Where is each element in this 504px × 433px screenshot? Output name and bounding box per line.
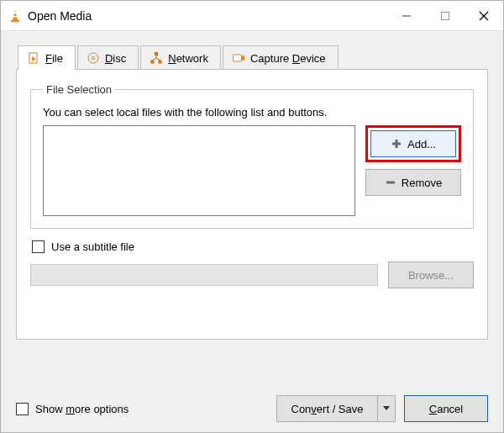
use-subtitle-label: Use a subtitle file	[51, 240, 134, 253]
svg-rect-2	[13, 16, 17, 18]
window-body: File Disc	[1, 31, 503, 351]
file-list[interactable]	[43, 125, 355, 216]
titlebar: Open Media	[1, 1, 503, 31]
caret-down-icon	[383, 406, 390, 411]
svg-line-16	[153, 58, 157, 61]
window-maximize-button[interactable]	[426, 1, 465, 31]
svg-marker-23	[383, 406, 390, 410]
svg-point-11	[92, 56, 94, 59]
convert-save-label: Convert / Save	[291, 403, 364, 415]
cancel-label: Cancel	[429, 403, 463, 415]
browse-subtitle-label: Browse...	[408, 269, 454, 282]
capture-device-icon	[232, 51, 245, 65]
open-media-window: Open Media File Disc	[0, 0, 504, 433]
tab-capture-device[interactable]: Capture Device	[223, 45, 339, 70]
svg-marker-0	[13, 10, 18, 20]
use-subtitle-checkbox[interactable]	[32, 240, 45, 253]
tab-network[interactable]: Network	[140, 45, 221, 70]
network-icon	[150, 51, 163, 65]
tab-file[interactable]: File	[18, 45, 76, 70]
svg-rect-5	[442, 12, 449, 19]
window-title: Open Media	[28, 9, 387, 23]
convert-save-dropdown[interactable]	[377, 395, 396, 422]
svg-rect-13	[151, 61, 154, 63]
svg-marker-19	[241, 55, 244, 61]
minus-icon	[385, 177, 396, 188]
svg-rect-3	[11, 20, 19, 22]
tab-disc[interactable]: Disc	[77, 45, 139, 70]
svg-rect-1	[13, 13, 17, 14]
footer: Show more options Convert / Save Cancel	[16, 395, 488, 422]
disc-icon	[87, 51, 100, 65]
svg-rect-18	[233, 55, 241, 61]
tab-panel-file: File Selection You can select local file…	[16, 69, 488, 340]
plus-icon	[391, 138, 402, 150]
window-close-button[interactable]	[465, 1, 503, 31]
remove-button[interactable]: Remove	[365, 169, 461, 196]
tab-capture-label: Capture Device	[250, 52, 326, 65]
file-selection-group: File Selection You can select local file…	[30, 83, 474, 229]
tab-file-label: File	[45, 52, 63, 65]
tab-bar: File Disc	[18, 45, 488, 69]
convert-save-splitbutton[interactable]: Convert / Save	[276, 395, 396, 422]
show-more-options-checkbox[interactable]	[16, 403, 29, 415]
add-button-label: Add...	[407, 138, 436, 150]
browse-subtitle-button: Browse...	[388, 261, 474, 288]
subtitle-path-field	[30, 264, 378, 286]
file-icon	[27, 51, 40, 65]
add-button-highlight: Add...	[365, 125, 461, 162]
cancel-button[interactable]: Cancel	[404, 395, 488, 422]
svg-rect-14	[159, 61, 161, 63]
file-selection-hint: You can select local files with the foll…	[43, 106, 461, 119]
remove-button-label: Remove	[402, 177, 442, 189]
show-more-options-label: Show more options	[35, 403, 129, 415]
tab-network-label: Network	[168, 52, 208, 65]
add-button[interactable]: Add...	[370, 130, 456, 157]
window-minimize-button[interactable]	[387, 1, 426, 31]
svg-line-17	[156, 58, 160, 61]
vlc-cone-icon	[8, 8, 23, 24]
file-selection-legend: File Selection	[43, 83, 115, 96]
tab-disc-label: Disc	[105, 52, 126, 65]
svg-rect-12	[155, 53, 158, 55]
convert-save-button[interactable]: Convert / Save	[276, 395, 377, 422]
